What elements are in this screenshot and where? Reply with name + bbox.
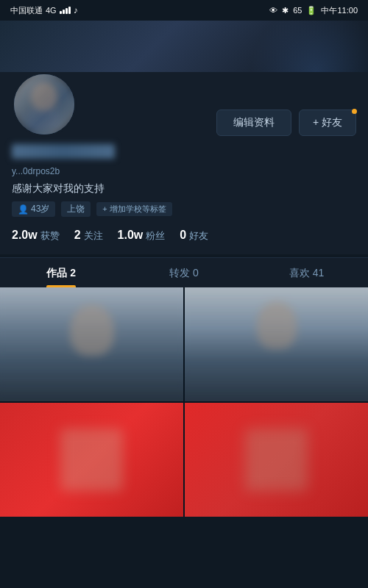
svg-point-0: [31, 82, 57, 112]
signal-icon: [60, 7, 71, 14]
tab-works-label: 作品 2: [46, 267, 76, 279]
stat-following[interactable]: 2 关注: [74, 229, 103, 243]
tag-age: 👤 43岁: [12, 201, 55, 217]
tab-reposts[interactable]: 转发 0: [123, 258, 246, 287]
avatar-row: 编辑资料 + 好友: [12, 72, 356, 137]
stats-row: 2.0w 获赞 2 关注 1.0w 粉丝 0 好友: [12, 226, 356, 245]
eye-icon: 👁: [269, 6, 277, 15]
content-grid: [0, 287, 368, 517]
portrait-image-2: [185, 287, 368, 401]
following-count: 2: [74, 229, 81, 242]
add-friend-button[interactable]: + 好友: [299, 110, 356, 136]
tabs-row: 作品 2 转发 0 喜欢 41: [0, 257, 368, 287]
tag-add-button[interactable]: + 增加学校等标签: [96, 202, 171, 216]
portrait-image-1: [0, 287, 183, 401]
tab-works[interactable]: 作品 2: [0, 258, 123, 287]
notification-dot: [352, 109, 357, 114]
carrier-label: 中国联通: [10, 5, 43, 16]
username-area: y...0drpos2b: [12, 144, 356, 176]
action-buttons: 编辑资料 + 好友: [216, 110, 356, 136]
battery-icon: 🔋: [306, 6, 316, 15]
tags-row: 👤 43岁 上饶 + 增加学校等标签: [12, 201, 356, 217]
username-blurred: [12, 144, 115, 159]
tag-location: 上饶: [61, 201, 91, 217]
status-right: 👁 ✱ 65 🔋 中午11:00: [269, 5, 358, 16]
grid-item-4[interactable]: [185, 403, 368, 517]
grid-item-2[interactable]: [185, 287, 368, 401]
app-icon: ♪: [74, 5, 78, 15]
avatar-image: [14, 74, 74, 135]
stat-friends[interactable]: 0 好友: [180, 229, 208, 243]
followers-label: 粉丝: [146, 229, 165, 243]
tab-likes-label: 喜欢 41: [289, 267, 324, 279]
tab-likes[interactable]: 喜欢 41: [245, 258, 368, 287]
user-id: y...0drpos2b: [12, 166, 356, 176]
grid-item-1[interactable]: [0, 287, 183, 401]
likes-count: 2.0w: [12, 229, 38, 242]
edit-profile-button[interactable]: 编辑资料: [216, 110, 291, 136]
avatar: [12, 72, 77, 137]
battery-label: 65: [293, 6, 302, 15]
status-left: 中国联通 4G ♪: [10, 5, 78, 16]
bluetooth-icon: ✱: [282, 6, 289, 15]
time-label: 中午11:00: [321, 5, 358, 16]
stat-followers[interactable]: 1.0w 粉丝: [118, 229, 166, 243]
friends-label: 好友: [189, 229, 208, 243]
avatar-svg: [22, 79, 66, 130]
add-friend-label: + 好友: [313, 116, 342, 128]
profile-section: 编辑资料 + 好友 y...0drpos2b 感谢大家对我的支持 👤 43岁 上…: [0, 72, 368, 254]
likes-label: 获赞: [40, 229, 60, 243]
friends-count: 0: [180, 229, 186, 242]
tag-age-label: 43岁: [31, 203, 49, 215]
network-type: 4G: [46, 6, 57, 15]
tab-reposts-label: 转发 0: [169, 267, 199, 279]
status-bar: 中国联通 4G ♪ 👁 ✱ 65 🔋 中午11:00: [0, 0, 368, 21]
svg-rect-1: [28, 110, 60, 130]
stat-likes[interactable]: 2.0w 获赞: [12, 229, 60, 243]
followers-count: 1.0w: [118, 229, 144, 242]
person-icon: 👤: [18, 204, 29, 215]
grid-item-3[interactable]: [0, 403, 183, 517]
bio: 感谢大家对我的支持: [12, 182, 356, 196]
following-label: 关注: [84, 229, 103, 243]
